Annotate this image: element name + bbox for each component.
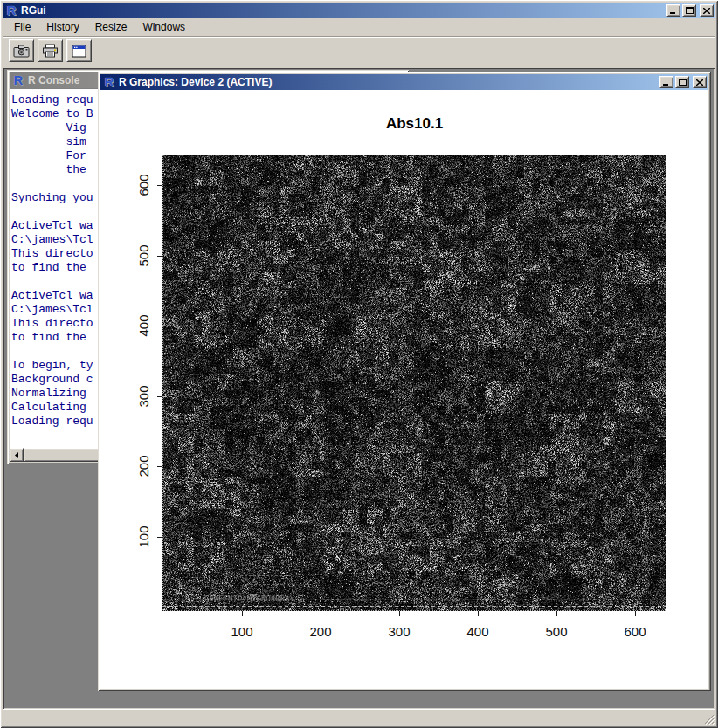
x-axis-tick-label: 500 — [537, 624, 576, 639]
graphics-title: R Graphics: Device 2 (ACTIVE) — [119, 76, 272, 88]
maximize-icon — [686, 7, 694, 14]
printer-icon — [42, 44, 59, 58]
rgui-window: R RGui FileHistoryResizeWindows — [0, 0, 718, 728]
close-button[interactable] — [700, 4, 714, 17]
menu-item-windows[interactable]: Windows — [135, 19, 193, 35]
camera-icon — [13, 45, 30, 58]
console-window-icon — [72, 45, 86, 58]
y-axis-tick-label: 100 — [136, 525, 151, 547]
x-axis-tick — [321, 611, 321, 616]
toolbar — [3, 36, 715, 65]
r-logo-icon: R — [102, 75, 116, 89]
print-button[interactable] — [38, 39, 63, 62]
y-axis-tick — [157, 537, 162, 538]
scroll-left-button[interactable] — [10, 448, 24, 462]
console-button[interactable] — [66, 39, 92, 62]
y-axis-tick-label: 300 — [136, 385, 151, 407]
x-axis-tick — [556, 611, 557, 616]
graphics-close-button[interactable] — [693, 76, 707, 88]
microarray-image — [162, 155, 666, 611]
menu-item-history[interactable]: History — [38, 19, 86, 35]
minimize-button[interactable] — [666, 4, 680, 17]
main-titlebar[interactable]: R RGui — [3, 3, 715, 18]
r-logo-icon: R — [11, 73, 25, 87]
plot-canvas-area: Abs10.1 10020030040050060010020030040050… — [100, 90, 708, 689]
y-axis-tick — [157, 396, 162, 397]
x-axis-tick-label: 400 — [459, 624, 497, 639]
x-axis-tick-label: 600 — [616, 624, 654, 639]
y-axis-tick-label: 400 — [136, 315, 151, 337]
maximize-button[interactable] — [682, 4, 696, 17]
scroll-left-icon — [14, 452, 19, 458]
copy-to-clipboard-button[interactable] — [9, 39, 34, 62]
plot-title: Abs10.1 — [162, 115, 666, 133]
y-axis-tick — [157, 256, 162, 257]
console-title: R Console — [28, 74, 79, 86]
graphics-titlebar[interactable]: R R Graphics: Device 2 (ACTIVE) — [100, 74, 708, 90]
menu-bar: FileHistoryResizeWindows — [3, 18, 715, 36]
y-axis-tick — [157, 326, 162, 326]
x-axis-tick-label: 200 — [301, 624, 340, 639]
close-icon — [703, 8, 710, 14]
resize-grip[interactable] — [702, 712, 715, 725]
y-axis-tick-label: 600 — [136, 174, 151, 196]
menu-item-resize[interactable]: Resize — [87, 19, 135, 35]
x-axis-tick-label: 300 — [380, 624, 418, 639]
mdi-area: R R Console Loading requWelcome to B Vig… — [3, 68, 715, 709]
minimize-icon — [663, 79, 670, 86]
graphics-window[interactable]: R R Graphics: Device 2 (ACTIVE) Abs10.1 — [98, 72, 711, 691]
x-axis-tick — [478, 611, 479, 616]
x-axis-tick-label: 100 — [223, 624, 261, 639]
x-axis-tick — [635, 611, 636, 616]
graphics-maximize-button[interactable] — [675, 76, 689, 88]
graphics-minimize-button[interactable] — [659, 76, 673, 88]
y-axis-tick-label: 200 — [136, 456, 151, 477]
minimize-icon — [670, 8, 677, 14]
y-axis-tick — [157, 185, 162, 186]
x-axis-tick — [399, 611, 400, 616]
y-axis-tick-label: 500 — [136, 244, 151, 266]
y-axis-tick — [157, 466, 162, 467]
status-bar — [3, 709, 715, 725]
close-icon — [696, 79, 703, 86]
menu-item-file[interactable]: File — [6, 19, 38, 35]
x-axis-tick — [242, 611, 243, 616]
r-logo-icon: R — [4, 3, 18, 17]
window-title: RGui — [21, 4, 46, 17]
maximize-icon — [679, 79, 687, 86]
